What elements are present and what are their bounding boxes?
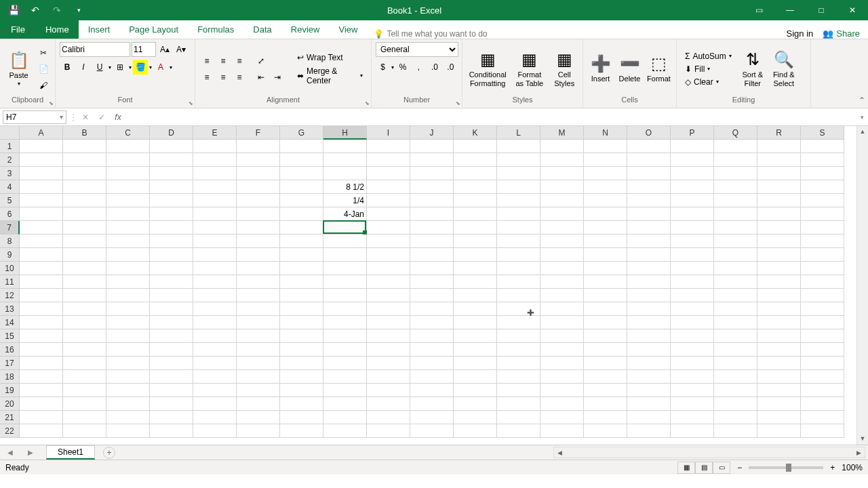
cell-C17[interactable] (106, 357, 150, 370)
cell-O15[interactable] (627, 329, 671, 343)
cell-Q21[interactable] (714, 411, 757, 424)
cell-R9[interactable] (757, 248, 801, 262)
cell-P1[interactable] (671, 140, 714, 153)
cell-O11[interactable] (627, 275, 671, 289)
cell-N1[interactable] (584, 140, 627, 153)
cell-K20[interactable] (454, 397, 497, 411)
cell-M16[interactable] (540, 343, 584, 357)
fill-color-icon[interactable]: 🪣 (133, 60, 148, 75)
col-header-N[interactable]: N (584, 126, 627, 140)
cell-I17[interactable] (367, 357, 410, 370)
cell-D1[interactable] (150, 140, 193, 153)
font-size-combo[interactable] (132, 42, 156, 57)
cell-O21[interactable] (627, 411, 671, 424)
cell-L10[interactable] (497, 262, 540, 275)
cell-G13[interactable] (280, 302, 323, 316)
cell-K8[interactable] (454, 235, 497, 248)
cell-G2[interactable] (280, 153, 323, 167)
cell-H6[interactable]: 4-Jan (323, 207, 367, 221)
col-header-M[interactable]: M (540, 126, 584, 140)
cell-M3[interactable] (540, 167, 584, 180)
cell-Q3[interactable] (714, 167, 757, 180)
tell-me[interactable]: 💡 Tell me what you want to do (367, 29, 487, 39)
align-left-icon[interactable]: ≡ (199, 70, 214, 85)
cell-R16[interactable] (757, 343, 801, 357)
cancel-formula-icon[interactable]: ✕ (77, 113, 94, 122)
cell-F16[interactable] (237, 343, 280, 357)
cell-I4[interactable] (367, 180, 410, 194)
cell-E12[interactable] (193, 289, 237, 302)
cell-B21[interactable] (63, 411, 106, 424)
row-header-15[interactable]: 15 (0, 329, 20, 343)
borders-icon[interactable]: ⊞ (113, 60, 127, 75)
cell-E22[interactable] (193, 424, 237, 438)
cell-D17[interactable] (150, 357, 193, 370)
row-headers[interactable]: 12345678910111213141516171819202122 (0, 140, 20, 445)
cell-A18[interactable] (20, 370, 63, 384)
cell-Q1[interactable] (714, 140, 757, 153)
cell-S18[interactable] (801, 370, 844, 384)
col-header-P[interactable]: P (671, 126, 714, 140)
cell-O18[interactable] (627, 370, 671, 384)
orientation-icon[interactable]: ⤢ (254, 54, 269, 68)
align-center-icon[interactable]: ≡ (216, 70, 231, 85)
cell-A1[interactable] (20, 140, 63, 153)
cell-F15[interactable] (237, 329, 280, 343)
cell-F14[interactable] (237, 316, 280, 329)
cell-K1[interactable] (454, 140, 497, 153)
find-select-button[interactable]: 🔍 Find & Select (770, 49, 798, 88)
cell-S12[interactable] (801, 289, 844, 302)
row-header-9[interactable]: 9 (0, 248, 20, 262)
cell-M8[interactable] (540, 235, 584, 248)
redo-icon[interactable]: ↷ (50, 3, 64, 17)
cell-A12[interactable] (20, 289, 63, 302)
cell-H5[interactable]: 1/4 (323, 194, 367, 207)
cell-C6[interactable] (106, 207, 150, 221)
cell-O2[interactable] (627, 153, 671, 167)
cell-L6[interactable] (497, 207, 540, 221)
cell-L22[interactable] (497, 424, 540, 438)
cell-B6[interactable] (63, 207, 106, 221)
cell-N14[interactable] (584, 316, 627, 329)
maximize-icon[interactable]: □ (806, 0, 837, 20)
cell-R7[interactable] (757, 221, 801, 235)
cell-J9[interactable] (410, 248, 454, 262)
cell-H14[interactable] (323, 316, 367, 329)
spreadsheet-grid[interactable]: ABCDEFGHIJKLMNOPQRS 12345678910111213141… (0, 126, 868, 445)
cell-P8[interactable] (671, 235, 714, 248)
tab-review[interactable]: Review (281, 20, 330, 39)
cell-R18[interactable] (757, 370, 801, 384)
cell-F11[interactable] (237, 275, 280, 289)
cell-R12[interactable] (757, 289, 801, 302)
paste-button[interactable]: 📋 Paste ▾ (4, 49, 33, 88)
col-header-E[interactable]: E (193, 126, 237, 140)
cell-L4[interactable] (497, 180, 540, 194)
cell-A17[interactable] (20, 357, 63, 370)
align-middle-icon[interactable]: ≡ (216, 54, 231, 68)
cell-F1[interactable] (237, 140, 280, 153)
increase-indent-icon[interactable]: ⇥ (270, 70, 285, 85)
row-header-14[interactable]: 14 (0, 316, 20, 329)
cell-C1[interactable] (106, 140, 150, 153)
cell-D19[interactable] (150, 384, 193, 397)
cell-L5[interactable] (497, 194, 540, 207)
cell-N17[interactable] (584, 357, 627, 370)
col-header-J[interactable]: J (410, 126, 454, 140)
cell-K15[interactable] (454, 329, 497, 343)
zoom-slider[interactable] (749, 466, 823, 469)
cell-E3[interactable] (193, 167, 237, 180)
cell-A6[interactable] (20, 207, 63, 221)
row-header-16[interactable]: 16 (0, 343, 20, 357)
cell-S7[interactable] (801, 221, 844, 235)
cell-P16[interactable] (671, 343, 714, 357)
cell-O5[interactable] (627, 194, 671, 207)
cell-N15[interactable] (584, 329, 627, 343)
cell-I1[interactable] (367, 140, 410, 153)
formula-input[interactable] (126, 110, 861, 124)
cell-M2[interactable] (540, 153, 584, 167)
cell-B7[interactable] (63, 221, 106, 235)
cell-Q8[interactable] (714, 235, 757, 248)
italic-button[interactable]: I (76, 60, 91, 75)
cell-F18[interactable] (237, 370, 280, 384)
col-header-F[interactable]: F (237, 126, 280, 140)
